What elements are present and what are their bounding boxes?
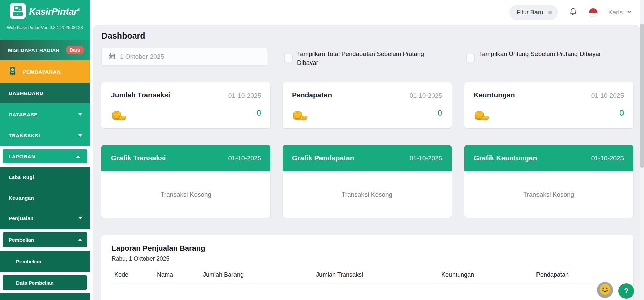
card-date: 01-10-2025 <box>591 155 624 162</box>
stat-value: 0 <box>438 109 442 118</box>
page-title: Dashboard <box>101 31 145 41</box>
logo-block: KasirPintar® Web Kasir Pintar Ver. 0.3.1… <box>0 0 90 40</box>
graph-card-transaksi: Grafik Transaksi 01-10-2025 Transaksi Ko… <box>101 145 270 218</box>
chevron-down-icon <box>78 217 82 219</box>
coins-icon <box>292 107 308 123</box>
baru-badge: Baru <box>66 46 84 54</box>
empty-state-text: Transaksi Kosong <box>161 191 211 198</box>
stat-value: 0 <box>257 109 261 118</box>
column-header-keuntungan: Keuntungan <box>441 271 474 278</box>
graph-card-keuntungan: Grafik Keuntungan 01-10-2025 Transaksi K… <box>464 145 633 218</box>
feedback-smiley-button[interactable] <box>597 282 613 298</box>
date-value: 1 Oktober 2025 <box>120 53 164 60</box>
card-date: 01-10-2025 <box>591 92 624 99</box>
untung-checkbox-label[interactable]: Tampilkan Untung Sebelum Piutang Dibayar <box>479 50 644 58</box>
report-subtitle: Rabu, 1 Oktober 2025 <box>112 255 169 262</box>
chevron-down-icon <box>78 134 82 137</box>
user-name: Karis <box>608 9 623 16</box>
sidebar-item-data-pembelian[interactable]: Data Pembelian <box>3 275 87 290</box>
coins-icon <box>474 107 490 123</box>
help-button[interactable]: ? <box>618 283 634 299</box>
empty-state-text: Transaksi Kosong <box>523 191 574 198</box>
card-date: 01-10-2025 <box>228 92 261 99</box>
sidebar-item-transaksi[interactable]: TRANSAKSI <box>0 125 90 146</box>
fitur-baru-button[interactable]: Fitur Baru <box>509 5 558 20</box>
chevron-up-icon <box>78 239 82 241</box>
sidebar: KasirPintar® Web Kasir Pintar Ver. 0.3.1… <box>0 0 90 300</box>
version-text: Web Kasir Pintar Ver. 0.3.1 2025-06-23 <box>0 25 90 30</box>
topbar: Fitur Baru Karis <box>90 0 640 25</box>
sidebar-item-pembelian-group[interactable]: Pembelian <box>3 232 87 247</box>
laporan-submenu: Laba Rugi Keuangan Penjualan <box>0 167 90 229</box>
sidebar-item-pembelian[interactable]: Pembelian <box>0 251 90 272</box>
notification-bell-icon[interactable] <box>569 7 578 18</box>
pendapatan-checkbox[interactable] <box>284 54 293 62</box>
column-header-jumlah-transaksi: Jumlah Transaksi <box>316 271 363 278</box>
date-picker-input[interactable]: 1 Oktober 2025 <box>101 48 267 66</box>
stat-card-pendapatan: Pendapatan 01-10-2025 0 <box>283 82 452 128</box>
sidebar-item-dashboard[interactable]: DASHBOARD <box>0 83 90 103</box>
status-dot-icon <box>548 11 552 14</box>
sidebar-item-laba-rugi[interactable]: Laba Rugi <box>0 167 90 187</box>
graph-card-pendapatan: Grafik Pendapatan 01-10-2025 Transaksi K… <box>283 145 452 218</box>
cash-register-logo-icon <box>10 3 26 20</box>
sidebar-item-keuangan[interactable]: Keuangan <box>0 187 90 208</box>
stat-card-jumlah-transaksi: Jumlah Transaksi 01-10-2025 0 <box>101 82 270 128</box>
chevron-up-icon <box>76 155 80 158</box>
report-title: Laporan Penjualan Barang <box>112 244 205 253</box>
card-date: 01-10-2025 <box>410 92 442 99</box>
brand-name: KasirPintar® <box>29 6 80 17</box>
indonesia-flag-icon[interactable] <box>589 8 598 17</box>
card-date: 01-10-2025 <box>410 155 442 162</box>
question-mark-icon: ? <box>624 287 628 295</box>
medal-icon <box>8 66 17 77</box>
stat-card-keuntungan: Keuntungan 01-10-2025 0 <box>464 82 633 128</box>
sidebar-item-misi-dapat-hadiah[interactable]: MISI DAPAT HADIAH Baru <box>0 40 90 60</box>
pendapatan-checkbox-label[interactable]: Tampilkan Total Pendapatan Sebelum Piuta… <box>297 50 431 67</box>
table-header-divider <box>111 284 624 284</box>
coins-icon <box>111 107 127 123</box>
chevron-down-icon <box>78 113 82 116</box>
laporan-penjualan-panel: Laporan Penjualan Barang Rabu, 1 Oktober… <box>101 235 633 300</box>
stat-value: 0 <box>619 109 624 118</box>
chevron-down-icon <box>626 9 632 16</box>
column-header-jumlah-barang: Jumlah Barang <box>203 271 244 278</box>
sidebar-item-penjualan[interactable]: Penjualan <box>0 208 90 228</box>
card-date: 01-10-2025 <box>228 155 261 162</box>
sidebar-item-pembayaran[interactable]: PEMBAYARAN <box>0 60 90 83</box>
column-header-pendapatan: Pendapatan <box>536 271 569 278</box>
empty-state-text: Transaksi Kosong <box>342 191 392 198</box>
untung-checkbox[interactable] <box>466 54 475 62</box>
sidebar-item-laporan[interactable]: LAPORAN <box>3 149 87 163</box>
smiley-icon <box>599 284 611 296</box>
scrollbar-thumb[interactable] <box>640 24 644 168</box>
user-menu[interactable]: Karis <box>608 9 632 16</box>
sidebar-item-database[interactable]: DATABASE <box>0 103 90 125</box>
calendar-icon <box>108 52 116 61</box>
column-header-nama: Nama <box>157 271 173 278</box>
column-header-kode: Kode <box>114 271 128 278</box>
app-root: KasirPintar® Web Kasir Pintar Ver. 0.3.1… <box>0 0 644 300</box>
sidebar-item-partial[interactable] <box>0 293 90 300</box>
